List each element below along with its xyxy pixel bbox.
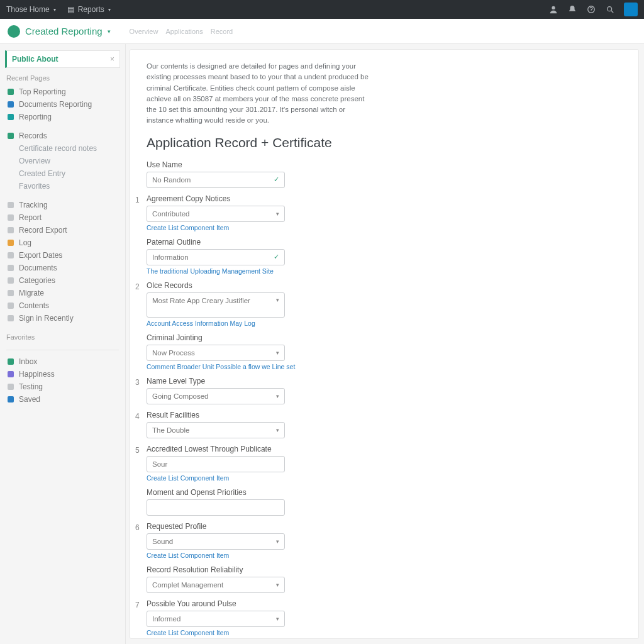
bell-icon[interactable] bbox=[567, 4, 577, 14]
field-label: Olce Records bbox=[147, 281, 374, 290]
sidebar-item[interactable]: Inbox bbox=[4, 355, 121, 368]
sidebar-item[interactable]: Top Reporting bbox=[4, 86, 121, 98]
field-label: Criminal Jointing bbox=[147, 333, 374, 342]
crumb-3[interactable]: Record bbox=[211, 28, 233, 35]
helper-link[interactable]: The traditional Uploading Management Sit… bbox=[147, 267, 374, 275]
svg-point-0 bbox=[552, 6, 555, 9]
sidebar-subnote-label: Certificate record notes bbox=[19, 144, 97, 153]
select-value: Complet Management bbox=[152, 581, 223, 589]
sidebar-item[interactable]: Record Export bbox=[4, 224, 121, 236]
type-select[interactable]: Going Composed▾ bbox=[147, 388, 285, 404]
main-content: Our contents is designed are detailed fo… bbox=[130, 49, 639, 639]
helper-link[interactable]: Create List Component Item bbox=[147, 224, 374, 231]
sidebar-active-item[interactable]: Public About × bbox=[5, 50, 120, 68]
sidebar-item-label: Saved bbox=[19, 395, 40, 404]
possible-select[interactable]: Informed▾ bbox=[147, 611, 285, 627]
chevron-down-icon: ▾ bbox=[276, 538, 279, 545]
use-name-input[interactable]: No Random✓ bbox=[147, 172, 285, 188]
sidebar-active-label: Public About bbox=[12, 55, 58, 64]
doc-icon: ▤ bbox=[67, 5, 74, 14]
square-icon bbox=[8, 358, 14, 365]
chevron-down-icon: ▾ bbox=[108, 7, 111, 13]
sidebar-item[interactable]: Favorites bbox=[4, 180, 121, 192]
page-title: Application Record + Certificate bbox=[147, 135, 374, 150]
sidebar-item[interactable]: Categories bbox=[4, 274, 121, 287]
sidebar-item[interactable]: Happiness bbox=[4, 368, 121, 380]
chevron-down-icon: ▾ bbox=[276, 427, 279, 433]
square-icon bbox=[8, 202, 14, 208]
input-value: No Random bbox=[152, 176, 191, 184]
chevron-down-icon: ▾ bbox=[276, 393, 279, 399]
square-icon bbox=[8, 277, 14, 284]
step-number: 3 bbox=[135, 378, 140, 387]
sidebar-item[interactable]: Export Dates bbox=[4, 249, 121, 262]
helper-link[interactable]: Create List Component Item bbox=[147, 474, 374, 482]
step-number: 2 bbox=[135, 282, 140, 291]
sidebar-item[interactable]: Contents bbox=[4, 299, 121, 312]
sidebar-item[interactable]: Documents Reporting bbox=[4, 98, 121, 111]
paternal-input[interactable]: Information✓ bbox=[147, 249, 285, 265]
sidebar-item[interactable]: Tracking bbox=[4, 199, 121, 211]
select-value: The Double bbox=[152, 426, 189, 434]
criminal-select[interactable]: Now Process▾ bbox=[147, 345, 285, 361]
sidebar-section-favorites: Favorites bbox=[0, 331, 125, 345]
fiscal-select[interactable]: Complet Management▾ bbox=[147, 577, 285, 593]
square-icon bbox=[8, 252, 14, 258]
menu-reports-label: Reports bbox=[78, 5, 104, 14]
sidebar-item[interactable]: Testing bbox=[4, 380, 121, 393]
square-icon bbox=[8, 265, 14, 271]
sidebar-item[interactable]: Log bbox=[4, 236, 121, 249]
agreement-select[interactable]: Contributed▾ bbox=[147, 206, 285, 222]
topbar-menu-reports[interactable]: ▤ Reports ▾ bbox=[67, 5, 111, 14]
requested-select[interactable]: Sound▾ bbox=[147, 533, 285, 550]
crumb-1[interactable]: Overview bbox=[130, 28, 158, 35]
helper-link[interactable]: Comment Broader Unit Possible a flow we … bbox=[147, 363, 374, 370]
field-label: Result Facilities bbox=[147, 411, 374, 419]
sidebar-item[interactable]: Migrate bbox=[4, 287, 121, 299]
field-label: Name Level Type bbox=[147, 377, 374, 386]
field-label: Record Resolution Reliability bbox=[147, 565, 374, 574]
intro-text: Our contents is designed are detailed fo… bbox=[147, 61, 374, 126]
step-number: 6 bbox=[135, 523, 140, 532]
sidebar-item[interactable]: Sign in Recently bbox=[4, 312, 121, 325]
close-icon[interactable]: × bbox=[110, 55, 114, 64]
user-icon[interactable] bbox=[548, 4, 558, 14]
sidebar-item[interactable]: Overview bbox=[4, 155, 121, 167]
sidebar-item-label: Created Entry bbox=[19, 169, 65, 178]
accredit-input[interactable]: Sour bbox=[147, 456, 285, 472]
sidebar-item-label: Report bbox=[19, 213, 42, 222]
sidebar-item[interactable]: Saved bbox=[4, 393, 121, 406]
app-switcher[interactable]: Created Reporting ▾ bbox=[8, 25, 111, 38]
field-label: Requested Profile bbox=[147, 522, 374, 531]
select-value: Now Process bbox=[152, 349, 195, 357]
helper-link[interactable]: Account Access Information May Log bbox=[147, 319, 374, 327]
moment-input[interactable] bbox=[147, 499, 285, 516]
subheader: Created Reporting ▾ Overview Application… bbox=[0, 19, 644, 44]
search-icon[interactable] bbox=[605, 4, 615, 14]
sidebar-item-label: Documents bbox=[19, 264, 57, 272]
app-logo-icon bbox=[8, 25, 20, 38]
chevron-down-icon: ▾ bbox=[53, 7, 56, 13]
sidebar-item[interactable]: Documents bbox=[4, 262, 121, 274]
sidebar-item-label: Documents Reporting bbox=[19, 100, 92, 109]
result-select[interactable]: The Double▾ bbox=[147, 422, 285, 438]
step-number: 4 bbox=[135, 412, 140, 421]
records-select[interactable]: Most Rate App Creary Justifier▾ bbox=[147, 292, 285, 318]
sidebar-item-label: Top Reporting bbox=[19, 87, 66, 96]
help-icon[interactable] bbox=[586, 4, 596, 14]
square-icon bbox=[8, 384, 14, 390]
sidebar-item-label: Export Dates bbox=[19, 251, 62, 260]
avatar[interactable] bbox=[624, 3, 638, 16]
field-label: Possible You around Pulse bbox=[147, 599, 374, 608]
sidebar-item[interactable]: Reporting bbox=[4, 111, 121, 123]
helper-link[interactable]: Create List Component Item bbox=[147, 552, 374, 559]
square-icon bbox=[8, 89, 14, 95]
topbar-menu-home[interactable]: Those Home ▾ bbox=[6, 5, 56, 14]
sidebar-item[interactable]: Created Entry bbox=[4, 167, 121, 180]
helper-link[interactable]: Create List Component Item bbox=[147, 629, 374, 636]
chevron-down-icon: ▾ bbox=[276, 211, 279, 217]
crumb-2[interactable]: Applications bbox=[165, 28, 203, 35]
sidebar-item-records[interactable]: Records bbox=[4, 130, 121, 142]
field-label: Use Name bbox=[147, 160, 374, 169]
sidebar-item[interactable]: Report bbox=[4, 211, 121, 224]
